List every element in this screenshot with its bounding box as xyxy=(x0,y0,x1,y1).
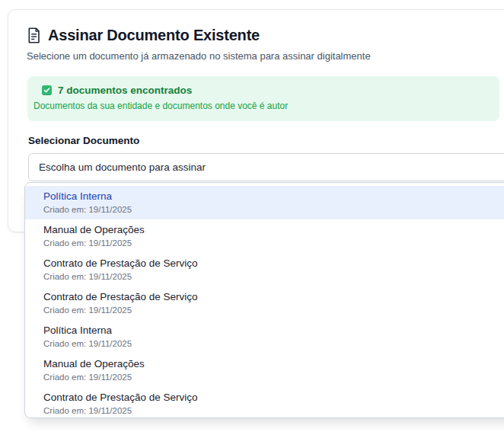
document-date: Criado em: 19/11/2025 xyxy=(43,405,504,417)
list-item[interactable]: Política Interna Criado em: 19/11/2025 xyxy=(25,186,504,219)
document-select-placeholder: Escolha um documento para assinar xyxy=(39,162,206,173)
document-select[interactable]: Escolha um documento para assinar xyxy=(28,153,504,181)
list-item[interactable]: Política Interna Criado em: 19/11/2025 xyxy=(25,320,504,353)
document-icon xyxy=(27,27,41,43)
document-title: Manual de Operações xyxy=(43,223,504,237)
list-item[interactable]: Contrato de Prestação de Serviço Criado … xyxy=(25,253,504,286)
banner-title: 7 documentos encontrados xyxy=(58,84,192,97)
document-title: Contrato de Prestação de Serviço xyxy=(43,391,504,405)
page-title: Assinar Documento Existente xyxy=(48,26,260,44)
document-title: Manual de Operações xyxy=(43,357,504,371)
document-date: Criado em: 19/11/2025 xyxy=(43,305,504,316)
list-item[interactable]: Contrato de Prestação de Serviço Criado … xyxy=(25,387,504,418)
document-date: Criado em: 19/11/2025 xyxy=(43,238,504,249)
list-item[interactable]: Manual de Operações Criado em: 19/11/202… xyxy=(25,219,504,253)
document-title: Contrato de Prestação de Serviço xyxy=(43,257,504,270)
document-title: Política Interna xyxy=(43,324,504,337)
check-icon xyxy=(42,85,52,95)
card-header: Assinar Documento Existente xyxy=(27,26,504,44)
document-date: Criado em: 19/11/2025 xyxy=(43,372,504,383)
success-banner: 7 documentos encontrados Documentos da s… xyxy=(27,76,499,121)
banner-subtitle: Documentos da sua entidade e documentos … xyxy=(33,101,489,112)
document-title: Contrato de Prestação de Serviço xyxy=(43,290,504,304)
list-item[interactable]: Contrato de Prestação de Serviço Criado … xyxy=(25,286,504,320)
list-item[interactable]: Manual de Operações Criado em: 19/11/202… xyxy=(25,353,504,387)
document-title: Política Interna xyxy=(43,190,504,203)
document-date: Criado em: 19/11/2025 xyxy=(43,338,504,350)
select-label: Selecionar Documento xyxy=(28,134,504,147)
document-date: Criado em: 19/11/2025 xyxy=(43,204,504,216)
page-subtitle: Selecione um documento já armazenado no … xyxy=(27,50,504,62)
document-date: Criado em: 19/11/2025 xyxy=(43,271,504,283)
document-listbox: Política Interna Criado em: 19/11/2025 M… xyxy=(24,182,504,418)
